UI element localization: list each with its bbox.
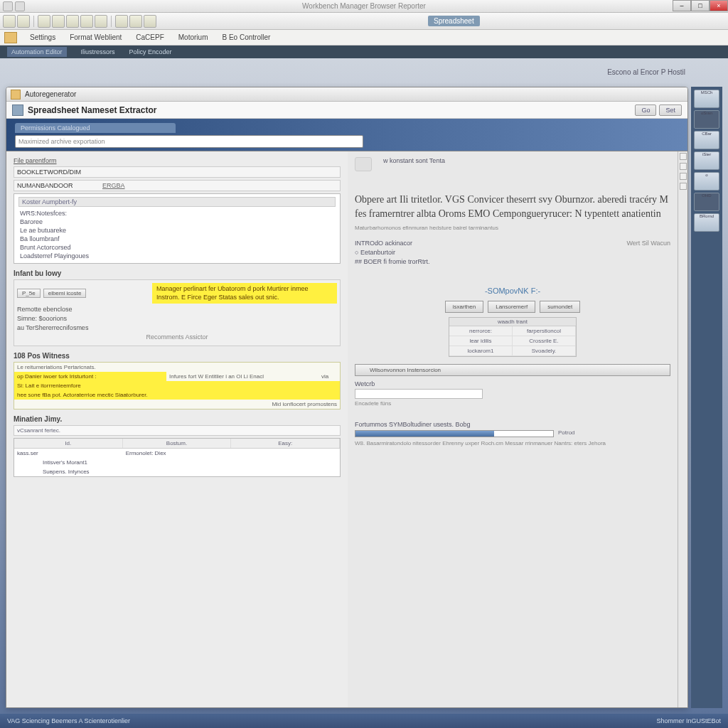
toolbar-icon[interactable] — [66, 15, 79, 28]
os-titlebar: Workbench Manager Browser Reporter – □ × — [0, 0, 728, 13]
search-input[interactable]: Maximized archive exportation — [15, 135, 363, 148]
list-item[interactable]: Baroree — [18, 218, 336, 226]
progress-note: W8. Basarmiratondolo nitessorder Ehrenny… — [355, 440, 670, 447]
link-heading[interactable]: -SOMpovNK F:- — [355, 287, 670, 295]
side-tool-icon[interactable]: CBar — [694, 131, 719, 149]
section-title: 108 Pos Witness — [14, 352, 341, 360]
highlighted-table: Le reitumeriations Pertaricnats. op Dani… — [14, 362, 341, 410]
list-panel: Koster Aumpbert-fy WRS:Notesfces: Barore… — [14, 193, 341, 264]
page-title: Spreadsheet Nameset Extractor — [28, 105, 156, 115]
inner-tab-title: Autoregenerator — [25, 90, 76, 98]
col-header[interactable]: Easy: — [231, 439, 340, 448]
text-input[interactable] — [355, 389, 483, 399]
list-item[interactable]: WRS:Notesfces: — [18, 209, 336, 218]
status-left: VAG Sciencing Beemers A Scienterotienlie… — [7, 717, 130, 724]
headline: Obpere art Ili tritetlor. VGS Convicer t… — [355, 193, 670, 220]
menubar: Settings Format Weblient CaCEPF Motorium… — [0, 30, 728, 46]
col-header[interactable]: Id. — [14, 439, 123, 448]
toolbar-icon[interactable] — [80, 15, 93, 28]
side-tool-icon[interactable]: o — [694, 172, 719, 191]
menu-item[interactable]: CaCEPF — [129, 33, 171, 41]
banner-tab[interactable]: Permissions Catalogued — [15, 123, 176, 133]
scroll-icon[interactable] — [680, 163, 687, 170]
active-tab-pill[interactable]: Spreadsheet — [428, 16, 480, 26]
info-icon[interactable] — [355, 157, 372, 171]
scroll-icon[interactable] — [680, 173, 687, 180]
close-button[interactable]: × — [710, 0, 728, 11]
progress-bar — [355, 430, 554, 437]
list-header: Koster Aumpbert-fy — [18, 197, 336, 207]
section-title: Minatien Jimy. — [14, 415, 341, 423]
section-label: File parentform — [14, 157, 341, 164]
col-header[interactable]: Bostum. — [123, 439, 232, 448]
go-button[interactable]: Go — [635, 105, 656, 116]
action-button[interactable]: sumondet — [540, 301, 580, 313]
tool-sidebar: MSCh oSran CBar iSter o OHD BRomd — [691, 87, 722, 708]
list-item[interactable]: Brunt Actorcorsed — [18, 243, 336, 252]
toolbar-icon[interactable] — [144, 15, 156, 28]
menu-item[interactable]: B Eo Controller — [215, 33, 277, 41]
mini-table: waadh trant nerrorce:farperstioncol lear… — [449, 317, 577, 357]
side-tool-icon[interactable]: oSran — [694, 110, 719, 129]
toolbar-icon[interactable] — [17, 15, 30, 28]
status-bar: VAG Sciencing Beemers A Scienterotienlie… — [0, 714, 728, 728]
list-item[interactable]: Loadsterref Playingoues — [18, 252, 336, 260]
module-icon — [12, 105, 23, 116]
field-label: Wetcrb — [355, 380, 670, 387]
side-tool-icon[interactable]: iSter — [694, 151, 719, 170]
menu-item[interactable]: Format Weblient — [63, 33, 129, 41]
action-button[interactable]: Lansoremerf — [488, 301, 535, 313]
side-tool-icon[interactable]: BRomd — [694, 213, 719, 232]
wide-button[interactable]: Wilsonvonnon Instensorcion — [355, 364, 670, 376]
toolbar-icon[interactable] — [38, 15, 50, 28]
toolbar-icon[interactable] — [129, 15, 142, 28]
mini-button[interactable]: elbemi icoste — [43, 289, 87, 298]
list-item[interactable]: Ba lloumbranf — [18, 235, 336, 243]
corner-label: Escono al Encor P Hostil — [607, 68, 685, 76]
set-button[interactable]: Set — [659, 105, 682, 116]
minimize-button[interactable]: – — [673, 0, 691, 11]
scrollbar[interactable] — [678, 151, 687, 707]
mini-button[interactable]: P_5e — [17, 289, 41, 298]
sub-nav: Automation Editor Iliustressors Policy E… — [0, 46, 728, 58]
field-row: BOOKLETWORD/DIM — [14, 166, 341, 178]
scroll-icon[interactable] — [680, 183, 687, 190]
sub-headline: Maturbarhomonos efinmuran hedsture baire… — [355, 225, 670, 231]
subnav-item[interactable]: Policy Encoder — [129, 48, 172, 55]
inner-window: Autoregenerator Spreadsheet Nameset Extr… — [6, 87, 688, 708]
toolbar-icon[interactable] — [52, 15, 65, 28]
folder-icon — [11, 90, 21, 100]
progress-label: Fortummos SYMBoltudiner usests. Bobg — [355, 421, 670, 428]
section-title: Infant bu lowy — [14, 269, 341, 277]
subnav-item[interactable]: Automation Editor — [7, 47, 67, 57]
right-header: w konstant sont Tenta — [383, 157, 670, 164]
banner: Permissions Catalogued Maximized archive… — [6, 119, 687, 151]
status-right: Shommer InGUStEBot — [656, 717, 721, 724]
toolbar-icon[interactable] — [3, 15, 16, 28]
sys-icon-1[interactable] — [3, 1, 13, 11]
menu-item[interactable]: Settings — [23, 33, 63, 41]
sub-panel: P_5e elbemi icoste Manager perlinart fer… — [14, 279, 341, 346]
field-row: NUMANBANDOOR ERGBA — [14, 180, 341, 191]
list-item[interactable]: Le ae butuareke — [18, 226, 336, 235]
data-table: Id. Bostum. Easy: kass.ser Ermonolet: Di… — [14, 438, 341, 477]
sys-icon-2[interactable] — [15, 1, 25, 11]
toolbar-icon[interactable] — [95, 15, 107, 28]
side-tool-icon[interactable]: MSCh — [694, 90, 719, 108]
menu-item[interactable]: Motorium — [171, 33, 215, 41]
main-toolbar: Spreadsheet — [0, 13, 728, 30]
side-tool-icon[interactable]: OHD — [694, 193, 719, 211]
action-button[interactable]: isxarthen — [445, 301, 483, 313]
app-icon[interactable] — [4, 32, 17, 43]
scroll-up-icon[interactable] — [680, 153, 687, 160]
toolbar-icon[interactable] — [115, 15, 128, 28]
highlight-note: Manager perlinart fer Ubatorom d pork Mu… — [152, 283, 337, 304]
subnav-item[interactable]: Iliustressors — [81, 48, 115, 55]
maximize-button[interactable]: □ — [691, 0, 710, 11]
sub-header: vCsanrant fertec. — [14, 425, 341, 436]
window-title: Workbench Manager Browser Reporter — [302, 2, 426, 10]
